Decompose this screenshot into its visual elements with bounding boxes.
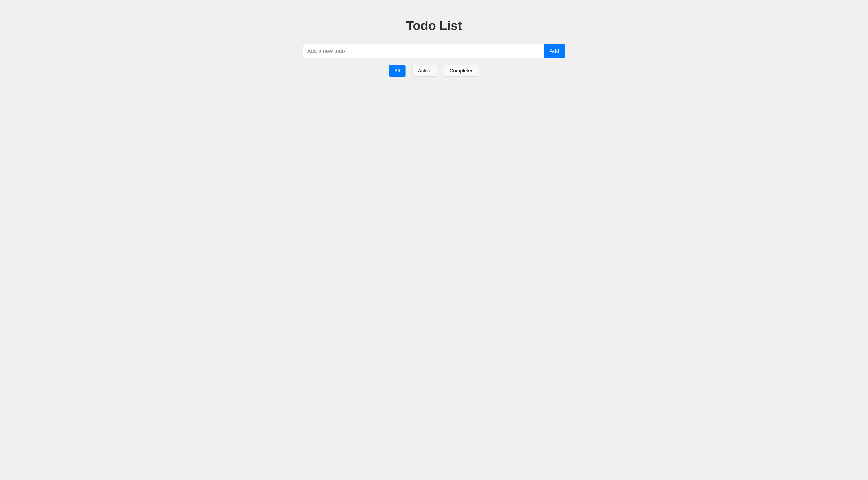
filter-completed-button[interactable]: Completed [444, 65, 479, 77]
filter-row: All Active Completed [303, 65, 565, 77]
input-row: Add [303, 44, 565, 58]
page-title: Todo List [303, 18, 565, 33]
add-button[interactable]: Add [544, 44, 565, 58]
filter-all-button[interactable]: All [389, 65, 405, 77]
filter-active-button[interactable]: Active [412, 65, 437, 77]
app-container: Todo List Add All Active Completed [298, 0, 569, 81]
new-todo-input[interactable] [303, 44, 544, 58]
